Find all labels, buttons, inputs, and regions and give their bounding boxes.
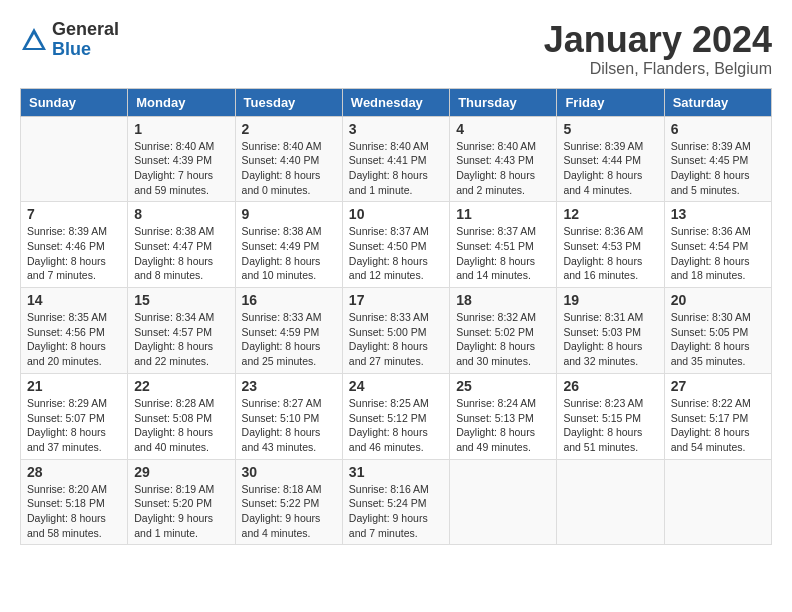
calendar-cell: 28Sunrise: 8:20 AM Sunset: 5:18 PM Dayli… [21, 459, 128, 545]
cell-content: Sunrise: 8:33 AM Sunset: 5:00 PM Dayligh… [349, 310, 443, 369]
calendar-cell: 19Sunrise: 8:31 AM Sunset: 5:03 PM Dayli… [557, 288, 664, 374]
cell-content: Sunrise: 8:36 AM Sunset: 4:54 PM Dayligh… [671, 224, 765, 283]
cell-content: Sunrise: 8:29 AM Sunset: 5:07 PM Dayligh… [27, 396, 121, 455]
calendar-cell [557, 459, 664, 545]
day-number: 16 [242, 292, 336, 308]
day-number: 15 [134, 292, 228, 308]
cell-content: Sunrise: 8:22 AM Sunset: 5:17 PM Dayligh… [671, 396, 765, 455]
logo-blue-text: Blue [52, 40, 119, 60]
day-number: 14 [27, 292, 121, 308]
calendar-cell: 5Sunrise: 8:39 AM Sunset: 4:44 PM Daylig… [557, 116, 664, 202]
calendar-cell: 13Sunrise: 8:36 AM Sunset: 4:54 PM Dayli… [664, 202, 771, 288]
calendar-cell: 10Sunrise: 8:37 AM Sunset: 4:50 PM Dayli… [342, 202, 449, 288]
week-row-1: 7Sunrise: 8:39 AM Sunset: 4:46 PM Daylig… [21, 202, 772, 288]
month-year-title: January 2024 [544, 20, 772, 60]
day-number: 5 [563, 121, 657, 137]
cell-content: Sunrise: 8:39 AM Sunset: 4:44 PM Dayligh… [563, 139, 657, 198]
logo-text: General Blue [52, 20, 119, 60]
cell-content: Sunrise: 8:20 AM Sunset: 5:18 PM Dayligh… [27, 482, 121, 541]
calendar-cell: 15Sunrise: 8:34 AM Sunset: 4:57 PM Dayli… [128, 288, 235, 374]
header-day-saturday: Saturday [664, 88, 771, 116]
day-number: 23 [242, 378, 336, 394]
day-number: 27 [671, 378, 765, 394]
header-day-friday: Friday [557, 88, 664, 116]
calendar-header: SundayMondayTuesdayWednesdayThursdayFrid… [21, 88, 772, 116]
day-number: 6 [671, 121, 765, 137]
calendar-cell: 27Sunrise: 8:22 AM Sunset: 5:17 PM Dayli… [664, 373, 771, 459]
calendar-cell: 17Sunrise: 8:33 AM Sunset: 5:00 PM Dayli… [342, 288, 449, 374]
calendar-cell: 29Sunrise: 8:19 AM Sunset: 5:20 PM Dayli… [128, 459, 235, 545]
day-number: 11 [456, 206, 550, 222]
day-number: 12 [563, 206, 657, 222]
header-day-sunday: Sunday [21, 88, 128, 116]
cell-content: Sunrise: 8:19 AM Sunset: 5:20 PM Dayligh… [134, 482, 228, 541]
page-header: General Blue January 2024 Dilsen, Flande… [20, 20, 772, 78]
day-number: 18 [456, 292, 550, 308]
calendar-cell: 12Sunrise: 8:36 AM Sunset: 4:53 PM Dayli… [557, 202, 664, 288]
calendar-cell [664, 459, 771, 545]
calendar-table: SundayMondayTuesdayWednesdayThursdayFrid… [20, 88, 772, 546]
cell-content: Sunrise: 8:27 AM Sunset: 5:10 PM Dayligh… [242, 396, 336, 455]
cell-content: Sunrise: 8:39 AM Sunset: 4:45 PM Dayligh… [671, 139, 765, 198]
logo-icon [20, 26, 48, 54]
cell-content: Sunrise: 8:38 AM Sunset: 4:47 PM Dayligh… [134, 224, 228, 283]
cell-content: Sunrise: 8:40 AM Sunset: 4:41 PM Dayligh… [349, 139, 443, 198]
day-number: 4 [456, 121, 550, 137]
day-number: 29 [134, 464, 228, 480]
header-day-wednesday: Wednesday [342, 88, 449, 116]
header-row: SundayMondayTuesdayWednesdayThursdayFrid… [21, 88, 772, 116]
day-number: 21 [27, 378, 121, 394]
calendar-cell: 21Sunrise: 8:29 AM Sunset: 5:07 PM Dayli… [21, 373, 128, 459]
week-row-0: 1Sunrise: 8:40 AM Sunset: 4:39 PM Daylig… [21, 116, 772, 202]
cell-content: Sunrise: 8:38 AM Sunset: 4:49 PM Dayligh… [242, 224, 336, 283]
cell-content: Sunrise: 8:28 AM Sunset: 5:08 PM Dayligh… [134, 396, 228, 455]
cell-content: Sunrise: 8:16 AM Sunset: 5:24 PM Dayligh… [349, 482, 443, 541]
logo-general-text: General [52, 20, 119, 40]
calendar-cell: 4Sunrise: 8:40 AM Sunset: 4:43 PM Daylig… [450, 116, 557, 202]
header-day-monday: Monday [128, 88, 235, 116]
cell-content: Sunrise: 8:39 AM Sunset: 4:46 PM Dayligh… [27, 224, 121, 283]
calendar-cell: 31Sunrise: 8:16 AM Sunset: 5:24 PM Dayli… [342, 459, 449, 545]
location-subtitle: Dilsen, Flanders, Belgium [544, 60, 772, 78]
week-row-4: 28Sunrise: 8:20 AM Sunset: 5:18 PM Dayli… [21, 459, 772, 545]
week-row-2: 14Sunrise: 8:35 AM Sunset: 4:56 PM Dayli… [21, 288, 772, 374]
calendar-cell: 6Sunrise: 8:39 AM Sunset: 4:45 PM Daylig… [664, 116, 771, 202]
day-number: 8 [134, 206, 228, 222]
calendar-cell: 2Sunrise: 8:40 AM Sunset: 4:40 PM Daylig… [235, 116, 342, 202]
calendar-cell: 22Sunrise: 8:28 AM Sunset: 5:08 PM Dayli… [128, 373, 235, 459]
calendar-cell [450, 459, 557, 545]
title-block: January 2024 Dilsen, Flanders, Belgium [544, 20, 772, 78]
calendar-cell: 16Sunrise: 8:33 AM Sunset: 4:59 PM Dayli… [235, 288, 342, 374]
calendar-cell: 8Sunrise: 8:38 AM Sunset: 4:47 PM Daylig… [128, 202, 235, 288]
calendar-cell: 20Sunrise: 8:30 AM Sunset: 5:05 PM Dayli… [664, 288, 771, 374]
day-number: 17 [349, 292, 443, 308]
cell-content: Sunrise: 8:18 AM Sunset: 5:22 PM Dayligh… [242, 482, 336, 541]
cell-content: Sunrise: 8:40 AM Sunset: 4:39 PM Dayligh… [134, 139, 228, 198]
calendar-cell: 3Sunrise: 8:40 AM Sunset: 4:41 PM Daylig… [342, 116, 449, 202]
cell-content: Sunrise: 8:34 AM Sunset: 4:57 PM Dayligh… [134, 310, 228, 369]
day-number: 20 [671, 292, 765, 308]
cell-content: Sunrise: 8:40 AM Sunset: 4:40 PM Dayligh… [242, 139, 336, 198]
day-number: 28 [27, 464, 121, 480]
calendar-body: 1Sunrise: 8:40 AM Sunset: 4:39 PM Daylig… [21, 116, 772, 545]
day-number: 19 [563, 292, 657, 308]
day-number: 22 [134, 378, 228, 394]
cell-content: Sunrise: 8:37 AM Sunset: 4:51 PM Dayligh… [456, 224, 550, 283]
calendar-cell: 23Sunrise: 8:27 AM Sunset: 5:10 PM Dayli… [235, 373, 342, 459]
day-number: 2 [242, 121, 336, 137]
day-number: 9 [242, 206, 336, 222]
cell-content: Sunrise: 8:36 AM Sunset: 4:53 PM Dayligh… [563, 224, 657, 283]
cell-content: Sunrise: 8:24 AM Sunset: 5:13 PM Dayligh… [456, 396, 550, 455]
cell-content: Sunrise: 8:23 AM Sunset: 5:15 PM Dayligh… [563, 396, 657, 455]
cell-content: Sunrise: 8:33 AM Sunset: 4:59 PM Dayligh… [242, 310, 336, 369]
cell-content: Sunrise: 8:32 AM Sunset: 5:02 PM Dayligh… [456, 310, 550, 369]
logo: General Blue [20, 20, 119, 60]
calendar-cell: 18Sunrise: 8:32 AM Sunset: 5:02 PM Dayli… [450, 288, 557, 374]
header-day-thursday: Thursday [450, 88, 557, 116]
calendar-cell [21, 116, 128, 202]
header-day-tuesday: Tuesday [235, 88, 342, 116]
cell-content: Sunrise: 8:25 AM Sunset: 5:12 PM Dayligh… [349, 396, 443, 455]
day-number: 13 [671, 206, 765, 222]
day-number: 31 [349, 464, 443, 480]
calendar-cell: 24Sunrise: 8:25 AM Sunset: 5:12 PM Dayli… [342, 373, 449, 459]
